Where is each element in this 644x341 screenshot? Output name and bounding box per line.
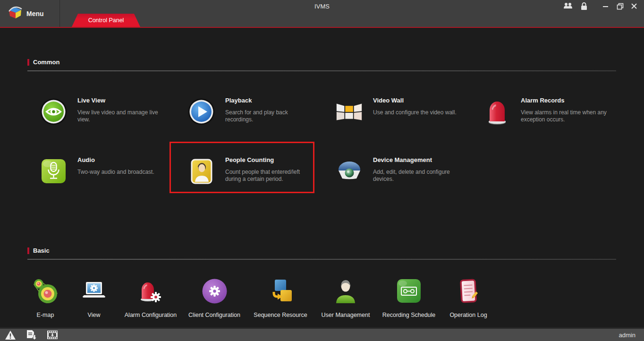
tab-label: Control Panel bbox=[88, 17, 124, 24]
card-desc: Use and configure the video wall. bbox=[373, 109, 461, 116]
card-desc: Count people that entered/left during a … bbox=[225, 169, 313, 183]
minimize-icon[interactable] bbox=[601, 2, 611, 10]
playback-icon bbox=[188, 98, 215, 125]
section-divider bbox=[27, 70, 616, 71]
status-bar: admin bbox=[0, 327, 644, 341]
card-live-view[interactable]: Live View View live video and manage liv… bbox=[40, 94, 188, 154]
basic-label: Operation Log bbox=[449, 312, 487, 318]
people-counting-icon bbox=[188, 158, 215, 185]
basic-item-emap[interactable]: E-map bbox=[23, 276, 68, 318]
live-view-icon bbox=[40, 98, 67, 125]
video-wall-icon bbox=[336, 98, 363, 125]
device-management-icon bbox=[336, 158, 363, 185]
title-bar: Menu IVMS bbox=[0, 0, 644, 28]
basic-label: Alarm Configuration bbox=[125, 312, 177, 318]
basic-label: E-map bbox=[37, 312, 54, 318]
basic-item-user-management[interactable]: User Management bbox=[314, 276, 378, 318]
client-configuration-icon bbox=[202, 276, 227, 306]
card-title: Video Wall bbox=[373, 97, 461, 104]
card-desc: Two-way audio and broadcast. bbox=[77, 169, 165, 176]
users-icon[interactable] bbox=[563, 2, 573, 10]
basic-item-recording-schedule[interactable]: Recording Schedule bbox=[378, 276, 440, 318]
section-title-common: Common bbox=[33, 59, 59, 66]
lock-icon[interactable] bbox=[579, 2, 589, 10]
sequence-resource-icon bbox=[268, 276, 293, 306]
card-title: People Counting bbox=[225, 156, 313, 163]
card-title: Alarm Records bbox=[521, 97, 609, 104]
section-header-basic: Basic bbox=[27, 247, 50, 254]
basic-items: E-map bbox=[23, 276, 497, 318]
basic-label: View bbox=[88, 312, 101, 318]
card-title: Device Management bbox=[373, 156, 461, 163]
basic-label: Sequence Resource bbox=[254, 312, 307, 318]
menu-button[interactable]: Menu bbox=[0, 0, 60, 27]
basic-item-sequence-resource[interactable]: Sequence Resource bbox=[247, 276, 314, 318]
alarm-warning-icon[interactable] bbox=[5, 330, 16, 340]
card-people-counting[interactable]: People Counting Count people that entere… bbox=[188, 154, 336, 213]
basic-item-alarm-configuration[interactable]: Alarm Configuration bbox=[120, 276, 181, 318]
section-divider bbox=[27, 259, 616, 260]
card-desc: Add, edit, delete and configure devices. bbox=[373, 169, 461, 183]
user-management-icon bbox=[334, 276, 357, 306]
basic-item-view[interactable]: View bbox=[68, 276, 120, 318]
basic-item-client-configuration[interactable]: Client Configuration bbox=[181, 276, 247, 318]
card-title: Audio bbox=[77, 156, 165, 163]
tab-control-panel[interactable]: Control Panel bbox=[72, 14, 140, 27]
basic-item-operation-log[interactable]: Operation Log bbox=[440, 276, 497, 318]
menu-label: Menu bbox=[26, 10, 44, 17]
video-export-icon[interactable] bbox=[47, 330, 58, 340]
section-header-common: Common bbox=[27, 59, 59, 66]
operation-log-icon bbox=[457, 276, 480, 306]
titlebar-controls bbox=[563, 2, 639, 10]
card-title: Playback bbox=[225, 97, 313, 104]
card-desc: View live video and manage live view. bbox=[77, 109, 165, 123]
section-title-basic: Basic bbox=[33, 247, 50, 254]
card-playback[interactable]: Playback Search for and play back record… bbox=[188, 94, 336, 154]
alarm-records-icon bbox=[483, 98, 510, 125]
card-desc: Search for and play back recordings. bbox=[225, 109, 313, 123]
window-controls bbox=[601, 2, 639, 10]
log-export-icon[interactable] bbox=[26, 330, 37, 340]
basic-label: Client Configuration bbox=[188, 312, 240, 318]
logged-in-user: admin bbox=[619, 332, 644, 339]
basic-label: Recording Schedule bbox=[382, 312, 436, 318]
audio-icon bbox=[40, 158, 67, 185]
card-device-management[interactable]: Device Management Add, edit, delete and … bbox=[336, 154, 483, 213]
menu-icon bbox=[8, 6, 23, 22]
section-marker bbox=[27, 59, 29, 66]
card-alarm-records[interactable]: Alarm Records View alarms in real time w… bbox=[483, 94, 631, 154]
alarm-configuration-icon bbox=[137, 276, 164, 306]
restore-icon[interactable] bbox=[615, 2, 625, 10]
basic-label: User Management bbox=[322, 312, 370, 318]
emap-icon bbox=[33, 276, 58, 306]
card-title: Live View bbox=[77, 97, 165, 104]
card-desc: View alarms in real time when any except… bbox=[521, 109, 609, 123]
section-marker bbox=[27, 247, 29, 254]
view-icon bbox=[81, 276, 107, 306]
card-video-wall[interactable]: Video Wall Use and configure the video w… bbox=[336, 94, 483, 154]
window-title: IVMS bbox=[0, 0, 644, 12]
card-audio[interactable]: Audio Two-way audio and broadcast. bbox=[40, 154, 188, 213]
close-icon[interactable] bbox=[629, 2, 639, 10]
recording-schedule-icon bbox=[397, 276, 421, 306]
common-cards: Live View View live video and manage liv… bbox=[40, 94, 631, 213]
ivms-window: Menu IVMS bbox=[0, 0, 644, 341]
